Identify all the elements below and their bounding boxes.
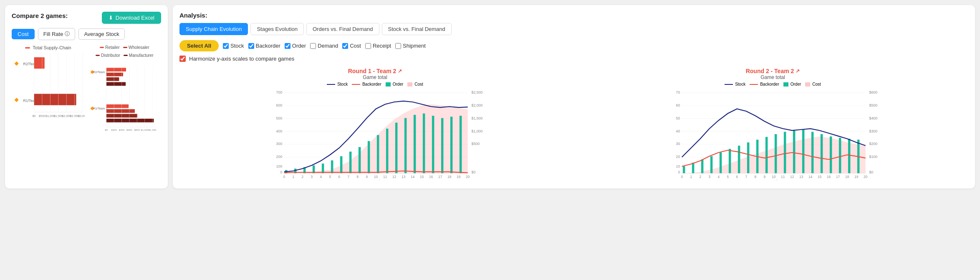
svg-text:3: 3 — [708, 175, 710, 179]
game1-chart: Round 1 - Team 2 ↗ Game total Stock Back… — [179, 68, 571, 182]
filter-cost[interactable]: Cost — [342, 43, 361, 49]
external-link-icon-1[interactable]: ↗ — [398, 68, 402, 74]
harmonize-checkbox[interactable] — [179, 56, 186, 62]
svg-text:1: 1 — [690, 175, 692, 179]
svg-text:8: 8 — [356, 175, 359, 179]
game1-legend: Stock Backorder Order Cost — [179, 82, 571, 87]
game1-title: Round 1 - Team 2 ↗ — [179, 68, 571, 74]
svg-text:$400: $400 — [119, 128, 125, 131]
bar-r1-team2 — [34, 94, 76, 105]
legend-order-2: Order — [783, 82, 801, 87]
game1-svg: 700 600 500 400 300 200 100 0 $2,500 $2,… — [179, 88, 571, 180]
svg-text:$100: $100 — [869, 155, 878, 159]
svg-text:10: 10 — [374, 175, 378, 179]
filter-receipt[interactable]: Receipt — [365, 43, 391, 49]
legend-wholesaler: Wholesaler — [123, 45, 149, 50]
svg-text:17: 17 — [438, 175, 442, 179]
svg-text:17: 17 — [836, 175, 840, 179]
tab-row: Supply Chain Evolution Stages Evolution … — [179, 23, 968, 35]
svg-rect-23 — [106, 68, 126, 71]
tab-stages-evolution[interactable]: Stages Evolution — [250, 23, 304, 35]
svg-text:500: 500 — [276, 116, 283, 120]
chart1-legend: Total Supply-Chain — [12, 45, 85, 50]
cost-button[interactable]: Cost — [12, 29, 35, 39]
svg-rect-84 — [441, 118, 444, 173]
legend-manufacturer: Manufacturer — [124, 53, 154, 58]
svg-rect-149 — [848, 139, 851, 173]
tab-stock-vs-final-demand[interactable]: Stock vs. Final Demand — [382, 23, 452, 35]
download-excel-button[interactable]: ⬇ Download Excel — [102, 12, 161, 24]
info-icon: ⓘ — [65, 31, 70, 38]
svg-rect-75 — [359, 147, 361, 173]
bar-chart-2: 🔶 R2/Team 2 🔶 R1/Team 2 — [88, 59, 161, 160]
svg-text:R2/Team 2: R2/Team 2 — [93, 71, 107, 74]
svg-text:2: 2 — [301, 175, 303, 179]
right-panel: Analysis: Supply Chain Evolution Stages … — [173, 5, 975, 188]
filter-demand[interactable]: Demand — [310, 43, 338, 49]
svg-text:0: 0 — [280, 170, 282, 174]
svg-rect-145 — [811, 132, 814, 173]
svg-text:Week: Week — [769, 179, 779, 181]
svg-rect-24 — [106, 73, 123, 76]
svg-text:700: 700 — [276, 90, 283, 94]
svg-rect-28 — [106, 109, 135, 113]
svg-text:$1,000: $1,000 — [472, 129, 483, 133]
average-stock-button[interactable]: Average Stock — [78, 28, 124, 40]
download-label: Download Excel — [116, 15, 154, 21]
svg-text:11: 11 — [781, 175, 785, 179]
svg-text:$500: $500 — [869, 103, 878, 107]
svg-rect-147 — [830, 137, 832, 173]
svg-text:$500: $500 — [472, 142, 480, 146]
legend-cost-2: Cost — [805, 82, 821, 87]
svg-rect-79 — [395, 123, 398, 173]
svg-rect-82 — [423, 114, 425, 173]
svg-text:20: 20 — [864, 175, 868, 179]
stage-chart: Retailer Wholesaler Distributor Manufact… — [88, 45, 161, 161]
svg-text:$600: $600 — [869, 90, 878, 94]
svg-text:$2,500: $2,500 — [472, 90, 483, 94]
svg-text:15: 15 — [420, 175, 424, 179]
filter-order[interactable]: Order — [285, 43, 306, 49]
tab-supply-chain-evolution[interactable]: Supply Chain Evolution — [179, 23, 248, 35]
filter-shipment[interactable]: Shipment — [395, 43, 426, 49]
svg-rect-27 — [106, 104, 129, 108]
svg-rect-144 — [802, 130, 805, 173]
svg-text:15: 15 — [818, 175, 822, 179]
svg-rect-77 — [377, 135, 379, 173]
svg-rect-136 — [729, 149, 731, 173]
svg-rect-135 — [720, 153, 722, 173]
svg-text:600: 600 — [276, 103, 283, 107]
svg-text:19: 19 — [854, 175, 859, 179]
svg-text:$3,000: $3,000 — [78, 114, 85, 118]
svg-text:🔶: 🔶 — [14, 97, 19, 102]
svg-text:70: 70 — [676, 90, 680, 94]
fill-rate-label: Fill Rate — [43, 31, 63, 37]
svg-text:$1,000: $1,000 — [141, 128, 149, 131]
svg-text:5: 5 — [329, 175, 331, 179]
filter-backorder[interactable]: Backorder — [248, 43, 280, 49]
tab-orders-vs-final-demand[interactable]: Orders vs. Final Demand — [306, 23, 379, 35]
svg-text:4: 4 — [320, 175, 322, 179]
svg-text:🔶: 🔶 — [14, 61, 19, 66]
analysis-title: Analysis: — [179, 12, 968, 19]
games-row: Round 1 - Team 2 ↗ Game total Stock Back… — [179, 68, 968, 182]
svg-text:200: 200 — [276, 155, 283, 159]
svg-rect-72 — [331, 160, 333, 173]
legend-stock-2: Stock — [725, 82, 745, 87]
svg-text:$2,000: $2,000 — [472, 103, 483, 107]
svg-text:$1,500: $1,500 — [472, 116, 483, 120]
svg-rect-140 — [765, 137, 768, 173]
svg-text:7: 7 — [745, 175, 747, 179]
fill-rate-button[interactable]: Fill Rate ⓘ — [38, 28, 76, 40]
filter-stock[interactable]: Stock — [223, 43, 244, 49]
svg-text:20: 20 — [676, 155, 680, 159]
svg-rect-83 — [432, 116, 434, 173]
svg-text:3: 3 — [311, 175, 313, 179]
svg-text:5: 5 — [727, 175, 729, 179]
select-all-button[interactable]: Select All — [179, 40, 219, 51]
svg-text:13: 13 — [799, 175, 803, 179]
external-link-icon-2[interactable]: ↗ — [796, 68, 800, 74]
svg-text:R1/Team 2: R1/Team 2 — [93, 107, 107, 110]
svg-rect-81 — [414, 115, 416, 173]
svg-text:$0: $0 — [32, 114, 35, 118]
